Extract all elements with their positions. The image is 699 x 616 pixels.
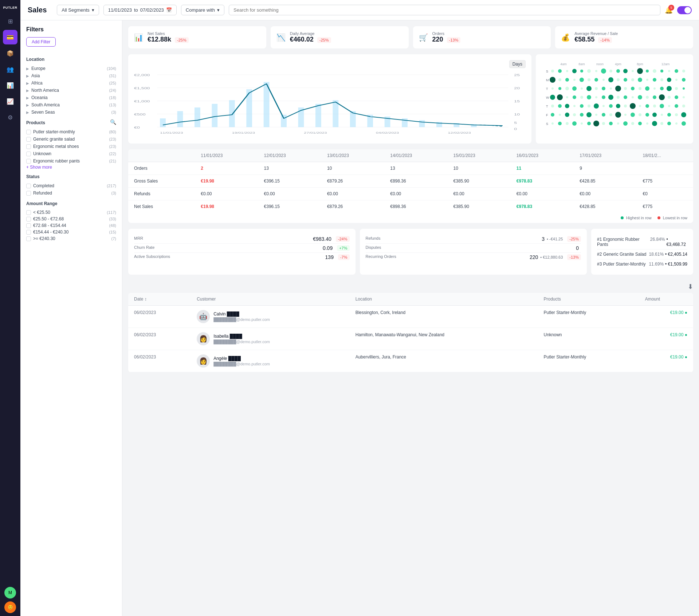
svg-point-92 <box>558 87 561 90</box>
svg-text:T: T <box>546 105 548 108</box>
svg-point-171 <box>581 122 583 125</box>
product-filter-item[interactable]: Unknown(22) <box>26 150 116 157</box>
svg-point-130 <box>558 104 562 108</box>
amount-filter-item[interactable]: €72.68 - €154.44(48) <box>26 222 116 229</box>
search-input[interactable] <box>229 5 660 15</box>
avatar-emoji[interactable]: 😊 <box>4 601 16 613</box>
customer-table-row: 06/02/2023 👩 Angèle ████ ████████@demo.p… <box>128 350 693 372</box>
svg-point-57 <box>580 70 583 72</box>
table-cell: €385.90 <box>448 175 511 188</box>
svg-point-119 <box>617 96 620 99</box>
amount-filter-item[interactable]: >= €240.30(7) <box>26 235 116 242</box>
location-filter-item[interactable]: ▶Africa(25) <box>26 79 116 87</box>
svg-point-73 <box>558 78 561 81</box>
products-search-icon[interactable]: 🔍 <box>110 119 116 125</box>
status-filter-item[interactable]: Refunded(3) <box>26 189 116 197</box>
table-cell: €0.00 <box>511 188 574 200</box>
sidebar-icon-products[interactable]: 📦 <box>3 46 17 60</box>
svg-point-158 <box>624 114 627 116</box>
svg-text:11/01/2023: 11/01/2023 <box>160 131 183 134</box>
svg-point-114 <box>580 96 583 99</box>
svg-text:04/02/2023: 04/02/2023 <box>376 131 399 134</box>
customer-date: 06/02/2023 <box>128 306 191 328</box>
amount-filter-item[interactable]: €25.50 - €72.68(33) <box>26 216 116 222</box>
compare-selector[interactable]: Compare with ▾ <box>181 5 224 15</box>
svg-point-102 <box>631 87 635 90</box>
svg-rect-16 <box>160 118 166 127</box>
segment-selector[interactable]: All Segments ▾ <box>57 5 99 15</box>
add-filter-button[interactable]: Add Filter <box>26 37 56 47</box>
products-filter-list: Putler starter-monthly(80)Generic granit… <box>26 128 116 165</box>
svg-point-81 <box>617 78 620 81</box>
table-cell: €0 <box>637 188 693 200</box>
svg-text:noon: noon <box>596 62 604 66</box>
location-filter-item[interactable]: ▶South America(13) <box>26 101 116 109</box>
svg-point-154 <box>595 114 597 116</box>
svg-rect-31 <box>419 120 425 127</box>
amount-range-section-title: Amount Range <box>26 201 116 206</box>
sidebar-icon-analytics[interactable]: 📊 <box>3 78 17 93</box>
product-filter-item[interactable]: Putler starter-monthly(80) <box>26 128 116 136</box>
svg-text:0: 0 <box>514 127 517 131</box>
svg-rect-26 <box>333 100 338 127</box>
svg-text:4pm: 4pm <box>615 62 621 66</box>
sidebar-icon-home[interactable]: ⊞ <box>3 14 17 28</box>
customer-table: Date ↕ Customer Location Products Amount… <box>128 293 693 372</box>
svg-point-98 <box>602 87 605 90</box>
svg-point-111 <box>557 94 563 100</box>
sidebar-icon-sales[interactable]: 💳 <box>3 30 17 44</box>
svg-point-159 <box>631 113 635 117</box>
table-cell: €879.26 <box>321 175 384 188</box>
product-filter-item[interactable]: Generic granite salad(23) <box>26 136 116 143</box>
avg-revenue-value: €58.55 <box>574 36 594 43</box>
kpi-orders: 🛒 Orders 220 -13% <box>413 26 551 48</box>
sidebar-icon-reports[interactable]: 📈 <box>3 94 17 109</box>
svg-point-96 <box>586 86 592 91</box>
customer-email: ████████@demo.putler.com <box>213 340 270 344</box>
location-filter-item[interactable]: ▶Oceania(18) <box>26 94 116 101</box>
download-button[interactable]: ⬇ <box>688 283 693 291</box>
table-cell: 13 <box>258 162 321 175</box>
svg-point-150 <box>565 113 569 117</box>
sidebar-icon-customers[interactable]: 👥 <box>3 62 17 76</box>
location-filter-item[interactable]: ▶North America(24) <box>26 87 116 94</box>
svg-point-134 <box>588 105 590 107</box>
customer-avatar: 👩 <box>197 332 210 345</box>
lowest-dot <box>657 216 660 219</box>
product-filter-item[interactable]: Ergonomic rubber pants(21) <box>26 157 116 165</box>
table-cell: €898.36 <box>384 175 447 188</box>
location-filter-item[interactable]: ▶Europe(104) <box>26 65 116 72</box>
svg-point-94 <box>572 86 577 91</box>
product-filter-item[interactable]: Ergonomic metal shoes(23) <box>26 143 116 150</box>
customer-product: Unknown <box>538 328 639 350</box>
avatar-m[interactable]: M <box>4 587 16 599</box>
svg-point-93 <box>565 87 569 90</box>
svg-point-53 <box>551 70 554 72</box>
svg-point-99 <box>610 87 612 90</box>
date-range-picker[interactable]: 11/01/2023 to 07/02/2023 📅 <box>103 5 177 15</box>
svg-text:S: S <box>546 122 548 126</box>
location-filter-item[interactable]: ▶Seven Seas(3) <box>26 109 116 116</box>
svg-point-162 <box>652 113 657 117</box>
theme-toggle[interactable] <box>677 6 692 14</box>
chart-days-button[interactable]: Days <box>509 60 526 68</box>
svg-point-148 <box>551 113 554 117</box>
svg-point-60 <box>601 68 606 74</box>
amount-filter-item[interactable]: < €25.50(117) <box>26 209 116 216</box>
svg-point-126 <box>668 96 671 99</box>
table-header-row: 11/01/2023 12/01/2023 13/01/2023 14/01/2… <box>128 149 693 162</box>
svg-point-58 <box>587 69 591 73</box>
show-more-products[interactable]: + Show more <box>26 165 116 170</box>
kpi-daily-avg: 📉 Daily Average €460.02 -25% <box>271 26 409 48</box>
svg-point-67 <box>653 69 656 73</box>
amount-filter-item[interactable]: €154.44 - €240.30(15) <box>26 229 116 235</box>
sidebar-icon-settings[interactable]: ⚙ <box>3 110 17 125</box>
table-row: Orders213101310119 <box>128 162 693 175</box>
svg-point-163 <box>661 114 663 116</box>
location-filter-item[interactable]: ▶Asia(31) <box>26 72 116 79</box>
table-cell <box>637 162 693 175</box>
svg-text:19/01/2023: 19/01/2023 <box>232 131 255 134</box>
notifications-bell[interactable]: 🔔 5 <box>665 6 673 14</box>
page-title: Sales <box>28 6 47 14</box>
status-filter-item[interactable]: Completed(217) <box>26 182 116 189</box>
